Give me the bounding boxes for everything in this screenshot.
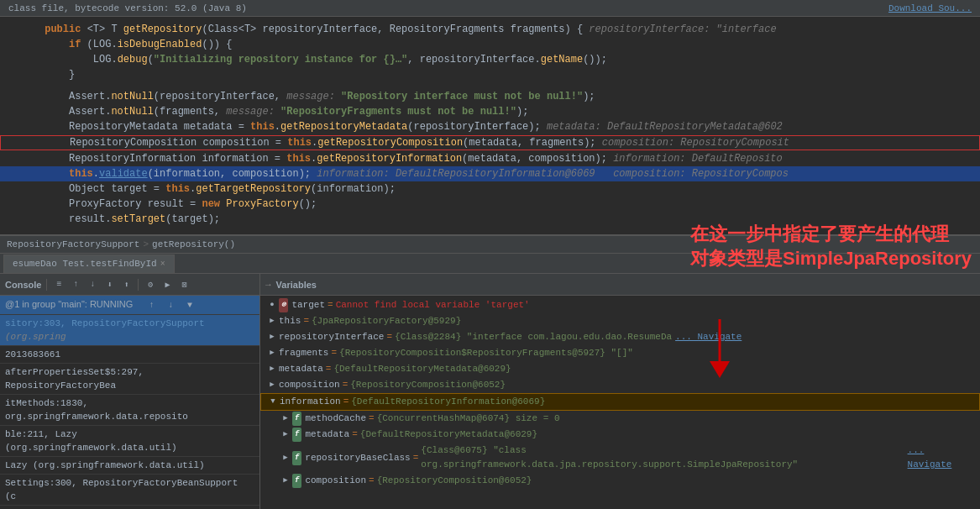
var-expand-method-cache[interactable]: ▶ bbox=[280, 414, 291, 424]
var-expand-repo-base[interactable]: ▶ bbox=[280, 453, 291, 463]
stack-item-5[interactable]: Lazy (org.springframework.data.util) bbox=[0, 457, 259, 475]
top-file-bar: class file, bytecode version: 52.0 (Java… bbox=[0, 0, 980, 17]
code-editor: public <T> T getRepository(Class<T> repo… bbox=[0, 17, 980, 235]
code-line-14: result.setTarget(target); bbox=[0, 212, 980, 227]
var-expand-repo-interface[interactable]: ▶ bbox=[267, 333, 277, 343]
stack-frames: @1 in group "main": RUNNING ↑ ↓ ▼ sitory… bbox=[0, 296, 259, 509]
console-toolbar-icon-1[interactable]: ≡ bbox=[52, 278, 66, 291]
var-expand-metadata-top[interactable]: ▶ bbox=[267, 365, 277, 375]
stack-item-2[interactable]: afterPropertiesSet$5:297, RepositoryFact… bbox=[0, 364, 259, 395]
bottom-panel: Console ≡ ↑ ↓ ⬇ ⬆ ⚙ ▶ ⊠ @1 in group "mai… bbox=[0, 274, 980, 509]
var-expand-composition-top[interactable]: ▶ bbox=[267, 380, 277, 391]
var-metadata-inner: ▶ f metadata = {DefaultRepositoryMetadat… bbox=[260, 427, 980, 443]
console-toolbar-icon-3[interactable]: ↓ bbox=[86, 278, 99, 291]
var-target: ● ⊗ target = Cannot find local variable … bbox=[260, 297, 980, 313]
tab-close-button[interactable]: × bbox=[160, 260, 165, 269]
code-line-3: LOG.debug("Initializing repository insta… bbox=[0, 52, 980, 67]
console-label: Console bbox=[5, 280, 41, 290]
stack-item-6[interactable]: Settings:300, RepositoryFactoryBeanSuppo… bbox=[0, 475, 259, 506]
var-this: ▶ this = {JpaRepositoryFactory@5929} bbox=[260, 313, 980, 329]
console-toolbar-icon-6[interactable]: ⚙ bbox=[144, 278, 157, 291]
var-composition-inner: ▶ f composition = {RepositoryComposition… bbox=[260, 473, 980, 489]
var-fragments: ▶ fragments = {RepositoryComposition$Rep… bbox=[260, 345, 980, 361]
left-panel: Console ≡ ↑ ↓ ⬇ ⬆ ⚙ ▶ ⊠ @1 in group "mai… bbox=[0, 274, 260, 509]
group-up-icon[interactable]: ↑ bbox=[145, 299, 159, 312]
breadcrumb-bar: RepositoryFactorySupport > getRepository… bbox=[0, 235, 980, 254]
repo-base-class-navigate[interactable]: ... Navigate bbox=[908, 443, 973, 472]
console-toolbar-icon-8[interactable]: ⊠ bbox=[177, 278, 191, 291]
stack-item-4[interactable]: ble:211, Lazy (org.springframework.data.… bbox=[0, 426, 259, 457]
var-expand-target[interactable]: ● bbox=[267, 301, 277, 311]
var-repository-base-class: ▶ f repositoryBaseClass = {Class@6075} "… bbox=[260, 443, 980, 473]
stack-item-7[interactable]: pertiesSet:121, JpaRepositoryFactoryBean… bbox=[0, 506, 259, 509]
var-method-cache: ▶ f methodCache = {ConcurrentHashMap@607… bbox=[260, 411, 980, 427]
variables-label: Variables bbox=[276, 280, 317, 290]
file-info-text: class file, bytecode version: 52.0 (Java… bbox=[8, 3, 247, 13]
variables-toolbar: → Variables bbox=[260, 274, 980, 296]
var-expand-fragments[interactable]: ▶ bbox=[267, 349, 277, 359]
stack-item-1[interactable]: 2013683661 bbox=[0, 346, 259, 364]
variables-content: ● ⊗ target = Cannot find local variable … bbox=[260, 296, 980, 509]
var-expand-metadata-inner[interactable]: ▶ bbox=[280, 430, 291, 440]
repo-interface-navigate[interactable]: ... Navigate bbox=[675, 330, 742, 344]
var-composition-top: ▶ composition = {RepositoryComposition@6… bbox=[260, 377, 980, 393]
download-source-link[interactable]: Download Sou... bbox=[888, 3, 972, 13]
console-toolbar-icon-2[interactable]: ↑ bbox=[69, 278, 82, 291]
var-expand-this[interactable]: ▶ bbox=[267, 317, 277, 327]
tab-label: esumeDao Test.testFindById bbox=[13, 259, 157, 269]
console-toolbar-icon-4[interactable]: ⬇ bbox=[102, 278, 116, 291]
right-panel: → Variables ● ⊗ target = Cannot find loc… bbox=[260, 274, 980, 509]
group-down-icon[interactable]: ↓ bbox=[164, 299, 177, 312]
stack-item-0[interactable]: sitory:303, RepositoryFactorySupport (or… bbox=[0, 315, 259, 346]
console-toolbar-icon-5[interactable]: ⬆ bbox=[119, 278, 133, 291]
console-toolbar: Console ≡ ↑ ↓ ⬇ ⬆ ⚙ ▶ ⊠ bbox=[0, 274, 259, 296]
var-expand-composition-inner[interactable]: ▶ bbox=[280, 476, 291, 486]
tab-bar: esumeDao Test.testFindById × bbox=[0, 254, 980, 274]
var-repository-interface: ▶ repositoryInterface = {Class@2284} "in… bbox=[260, 329, 980, 345]
breadcrumb-part2[interactable]: getRepository() bbox=[152, 239, 235, 249]
var-information: ▼ information = {DefaultRepositoryInform… bbox=[260, 393, 980, 411]
stack-group-header[interactable]: @1 in group "main": RUNNING ↑ ↓ ▼ bbox=[0, 296, 259, 315]
breadcrumb-part1[interactable]: RepositoryFactorySupport bbox=[7, 239, 139, 249]
tab-resume-dao[interactable]: esumeDao Test.testFindById × bbox=[3, 254, 175, 273]
var-expand-information[interactable]: ▼ bbox=[268, 397, 278, 407]
stack-item-3[interactable]: itMethods:1830, org.springframework.data… bbox=[0, 395, 259, 426]
var-metadata-top: ▶ metadata = {DefaultRepositoryMetadata@… bbox=[260, 361, 980, 377]
console-toolbar-icon-7[interactable]: ▶ bbox=[160, 278, 174, 291]
group-filter-icon[interactable]: ▼ bbox=[183, 299, 197, 312]
